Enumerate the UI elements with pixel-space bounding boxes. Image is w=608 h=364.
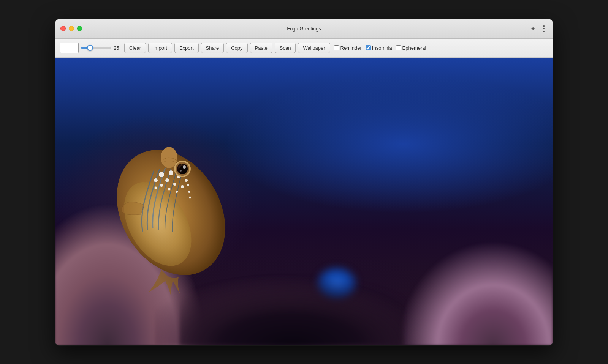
titlebar-actions: ✦ ⋮ — [530, 24, 548, 33]
export-button[interactable]: Export — [174, 43, 199, 53]
titlebar: Fugu Greetings ✦ ⋮ — [55, 19, 553, 39]
traffic-lights — [60, 26, 82, 31]
svg-point-3 — [169, 170, 173, 175]
toolbar: 25 Clear Import Export Share Copy Paste … — [55, 39, 553, 58]
slider-value: 25 — [114, 45, 122, 51]
pen-size-slider[interactable] — [81, 47, 111, 49]
svg-point-6 — [154, 178, 158, 182]
svg-point-11 — [168, 188, 170, 191]
insomnia-label: Insomnia — [372, 45, 392, 51]
svg-point-13 — [154, 187, 157, 189]
clear-button[interactable]: Clear — [124, 43, 146, 53]
pen-preview — [60, 43, 79, 53]
svg-point-10 — [181, 185, 184, 188]
svg-point-24 — [183, 165, 186, 169]
svg-point-8 — [173, 183, 176, 186]
share-button[interactable]: Share — [201, 43, 224, 53]
minimize-button[interactable] — [69, 26, 74, 31]
svg-point-15 — [188, 191, 190, 193]
svg-point-16 — [189, 197, 191, 199]
puzzle-icon[interactable]: ✦ — [530, 25, 535, 32]
close-button[interactable] — [60, 26, 66, 31]
checkbox-group: Reminder Insomnia Ephemeral — [334, 45, 426, 51]
reminder-checkbox-label[interactable]: Reminder — [334, 45, 362, 51]
insomnia-checkbox-label[interactable]: Insomnia — [366, 45, 392, 51]
svg-point-7 — [185, 179, 188, 182]
svg-point-2 — [159, 172, 164, 177]
canvas-area[interactable] — [55, 58, 553, 345]
ephemeral-checkbox[interactable] — [396, 45, 401, 50]
app-window: Fugu Greetings ✦ ⋮ 25 Clear Import Expor… — [55, 19, 553, 345]
svg-point-5 — [165, 178, 169, 182]
menu-icon[interactable]: ⋮ — [540, 24, 548, 33]
svg-point-14 — [187, 184, 189, 186]
maximize-button[interactable] — [77, 26, 82, 31]
svg-point-25 — [180, 170, 182, 172]
paste-button[interactable]: Paste — [250, 43, 272, 53]
copy-button[interactable]: Copy — [226, 43, 247, 53]
ephemeral-label: Ephemeral — [402, 45, 426, 51]
wallpaper-button[interactable]: Wallpaper — [298, 43, 330, 53]
ephemeral-checkbox-label[interactable]: Ephemeral — [396, 45, 426, 51]
svg-point-9 — [160, 184, 163, 187]
reminder-label: Reminder — [340, 45, 362, 51]
fish-scene — [55, 58, 553, 345]
import-button[interactable]: Import — [148, 43, 172, 53]
svg-point-12 — [176, 191, 178, 193]
scan-button[interactable]: Scan — [275, 43, 296, 53]
window-title: Fugu Greetings — [287, 26, 321, 32]
insomnia-checkbox[interactable] — [366, 45, 371, 50]
reminder-checkbox[interactable] — [334, 45, 339, 50]
slider-container: 25 — [81, 45, 122, 51]
fish-image — [95, 95, 255, 307]
